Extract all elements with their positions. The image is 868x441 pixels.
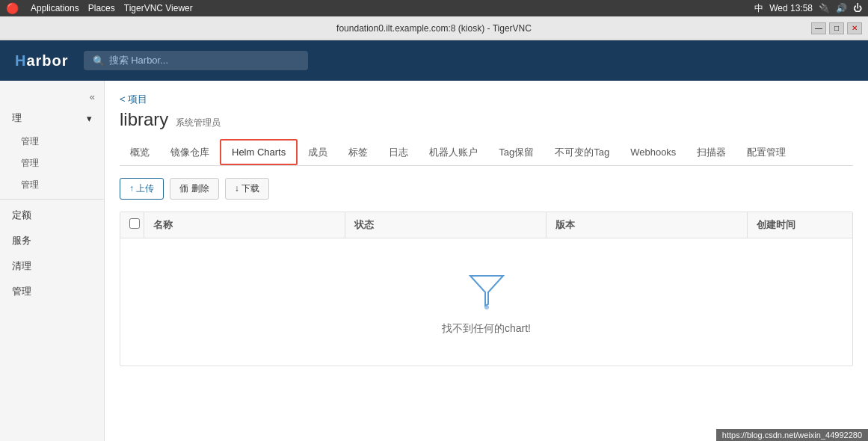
sidebar: « 理 ▾ 管理 管理 管理 定额 服务 清理 管理 [0, 81, 105, 441]
system-bar-left: 🔴 Applications Places TigerVNC Viewer [6, 2, 193, 14]
system-bar-right: 中 Wed 13:58 🔌 🔊 ⏻ [754, 2, 862, 15]
sidebar-sub-1-label: 管理 [21, 136, 39, 147]
maximize-button[interactable]: □ [829, 22, 844, 34]
datetime: Wed 13:58 [769, 3, 813, 13]
minimize-button[interactable]: — [811, 22, 826, 34]
sidebar-sub-item-1[interactable]: 管理 [0, 131, 104, 152]
empty-text: 找不到任何的chart! [442, 322, 531, 336]
select-all-checkbox[interactable] [129, 218, 140, 229]
sidebar-quota-label: 定额 [12, 209, 31, 222]
close-button[interactable]: ✕ [847, 22, 862, 34]
sidebar-item-1-label: 理 [12, 111, 22, 125]
project-role: 系统管理员 [176, 117, 221, 129]
th-status: 状态 [345, 212, 547, 238]
network-icon: 🔌 [819, 3, 830, 13]
search-container[interactable]: 🔍 搜索 Harbor... [84, 51, 308, 70]
table-header: 名称 状态 版本 创建时间 [120, 212, 852, 238]
upload-button[interactable]: ↑ 上传 [120, 178, 164, 200]
sidebar-sub-2-label: 管理 [21, 158, 39, 168]
sidebar-sub-3-label: 管理 [21, 179, 39, 190]
status-bar: https://blog.csdn.net/weixin_44992280 [716, 429, 868, 441]
sidebar-item-manage[interactable]: 管理 [0, 279, 104, 304]
tab-tagrepo[interactable]: Tag保留 [488, 139, 544, 165]
title-bar: foundation0.ilt.example.com:8 (kiosk) - … [0, 16, 868, 40]
tab-immutable[interactable]: 不可变的Tag [544, 139, 620, 165]
sidebar-manage-label: 管理 [12, 285, 31, 298]
tab-labels[interactable]: 标签 [338, 139, 378, 165]
search-placeholder: 搜索 Harbor... [109, 54, 168, 67]
action-bar: ↑ 上传 侕 删除 ↓ 下载 [120, 178, 853, 200]
sidebar-sub-item-3[interactable]: 管理 [0, 174, 104, 196]
th-name: 名称 [144, 212, 345, 238]
chevron-down-icon: ▾ [87, 113, 92, 124]
tab-robot[interactable]: 机器人账户 [419, 139, 488, 165]
main-layout: « 理 ▾ 管理 管理 管理 定额 服务 清理 管理 < 项目 [0, 81, 868, 441]
sidebar-divider-1 [0, 199, 104, 200]
breadcrumb[interactable]: < 项目 [120, 93, 853, 106]
status-url: https://blog.csdn.net/weixin_44992280 [722, 431, 862, 440]
download-button[interactable]: ↓ 下载 [225, 178, 269, 200]
sidebar-toggle[interactable]: « [0, 88, 104, 105]
filter-icon [464, 268, 509, 313]
tab-logs[interactable]: 日志 [378, 139, 419, 165]
title-bar-controls: — □ ✕ [811, 22, 862, 34]
vnc-menu[interactable]: TigerVNC Viewer [124, 3, 193, 13]
tab-config[interactable]: 配置管理 [736, 139, 796, 165]
th-version: 版本 [547, 212, 748, 238]
project-name: library [120, 109, 168, 130]
svg-point-0 [484, 305, 489, 309]
apple-icon: 🔴 [6, 2, 19, 14]
tab-repositories[interactable]: 镜像仓库 [160, 139, 220, 165]
window-title: foundation0.ilt.example.com:8 (kiosk) - … [336, 23, 532, 34]
tab-webhooks[interactable]: Webhooks [620, 139, 686, 165]
tab-helmcharts[interactable]: Helm Charts [220, 139, 298, 165]
tab-members[interactable]: 成员 [298, 139, 338, 165]
empty-state: 找不到任何的chart! [120, 238, 852, 366]
volume-icon: 🔊 [836, 3, 847, 13]
tab-overview[interactable]: 概览 [120, 139, 160, 165]
tabs-container: 概览 镜像仓库 Helm Charts 成员 标签 日志 机器人账户 Tag保留… [120, 139, 853, 166]
delete-button[interactable]: 侕 删除 [170, 178, 218, 200]
system-bar: 🔴 Applications Places TigerVNC Viewer 中 … [0, 0, 868, 16]
sidebar-item-service[interactable]: 服务 [0, 228, 104, 253]
power-icon: ⏻ [853, 3, 862, 13]
th-checkbox [120, 212, 144, 238]
search-icon: 🔍 [93, 55, 105, 67]
chinese-input-indicator: 中 [754, 2, 763, 15]
project-title-row: library 系统管理员 [120, 109, 853, 130]
content-area: < 项目 library 系统管理员 概览 镜像仓库 Helm Charts 成… [105, 81, 868, 441]
collapse-icon: « [90, 91, 95, 102]
th-created-at: 创建时间 [748, 212, 852, 238]
sidebar-sub-item-2[interactable]: 管理 [0, 152, 104, 174]
harbor-header: Harbor 🔍 搜索 Harbor... [0, 40, 868, 81]
sidebar-item-cleanup[interactable]: 清理 [0, 253, 104, 279]
sidebar-cleanup-label: 清理 [12, 259, 31, 273]
places-menu[interactable]: Places [88, 3, 115, 13]
sidebar-item-quota[interactable]: 定额 [0, 203, 104, 228]
app-menu[interactable]: Applications [31, 3, 79, 13]
sidebar-item-1[interactable]: 理 ▾ [0, 105, 104, 131]
sidebar-service-label: 服务 [12, 234, 31, 247]
harbor-logo[interactable]: Harbor [15, 52, 69, 70]
tab-scanner[interactable]: 扫描器 [686, 139, 736, 165]
table-container: 名称 状态 版本 创建时间 找不到任何的chart! [120, 212, 853, 366]
